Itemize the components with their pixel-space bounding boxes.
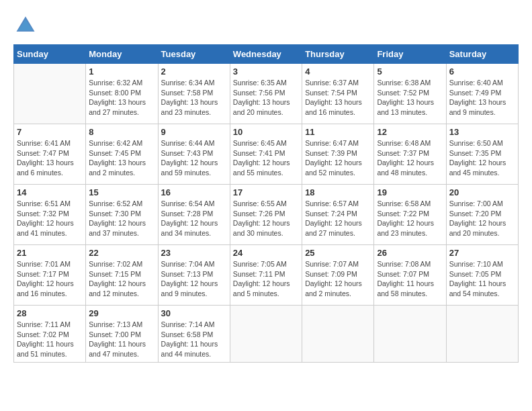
day-info: Sunrise: 6:48 AM Sunset: 7:37 PM Dayligh… <box>377 138 443 178</box>
calendar-cell: 19Sunrise: 6:58 AM Sunset: 7:22 PM Dayli… <box>374 185 446 245</box>
day-number: 11 <box>305 127 371 137</box>
calendar-cell: 24Sunrise: 7:05 AM Sunset: 7:11 PM Dayli… <box>230 245 302 306</box>
day-info: Sunrise: 7:01 AM Sunset: 7:17 PM Dayligh… <box>17 259 83 299</box>
week-row-3: 14Sunrise: 6:51 AM Sunset: 7:32 PM Dayli… <box>14 185 519 245</box>
day-info: Sunrise: 6:50 AM Sunset: 7:35 PM Dayligh… <box>449 138 515 178</box>
day-number: 6 <box>449 66 515 77</box>
page-header <box>13 13 519 38</box>
day-number: 2 <box>161 66 227 77</box>
calendar-cell: 29Sunrise: 7:13 AM Sunset: 7:00 PM Dayli… <box>86 306 158 363</box>
day-number: 7 <box>17 127 83 137</box>
calendar-cell: 26Sunrise: 7:08 AM Sunset: 7:07 PM Dayli… <box>374 245 446 306</box>
day-number: 4 <box>305 66 371 77</box>
calendar-cell: 13Sunrise: 6:50 AM Sunset: 7:35 PM Dayli… <box>446 124 518 185</box>
calendar-cell <box>14 64 86 124</box>
weekday-header-monday: Monday <box>86 45 158 64</box>
day-number: 14 <box>17 187 83 197</box>
day-info: Sunrise: 7:07 AM Sunset: 7:09 PM Dayligh… <box>305 259 371 299</box>
calendar-cell: 7Sunrise: 6:41 AM Sunset: 7:47 PM Daylig… <box>14 124 86 185</box>
calendar-cell: 30Sunrise: 7:14 AM Sunset: 6:58 PM Dayli… <box>158 306 230 363</box>
calendar-cell <box>302 306 374 363</box>
day-info: Sunrise: 6:52 AM Sunset: 7:30 PM Dayligh… <box>89 199 154 238</box>
calendar-cell: 23Sunrise: 7:04 AM Sunset: 7:13 PM Dayli… <box>158 245 230 306</box>
day-info: Sunrise: 6:57 AM Sunset: 7:24 PM Dayligh… <box>305 199 371 238</box>
day-number: 15 <box>89 187 154 197</box>
day-number: 23 <box>161 248 227 258</box>
day-info: Sunrise: 6:37 AM Sunset: 7:54 PM Dayligh… <box>305 78 371 118</box>
day-info: Sunrise: 6:45 AM Sunset: 7:41 PM Dayligh… <box>233 138 299 178</box>
calendar-cell <box>230 306 302 363</box>
weekday-header-tuesday: Tuesday <box>158 45 230 64</box>
day-number: 22 <box>89 248 154 258</box>
calendar-cell: 16Sunrise: 6:54 AM Sunset: 7:28 PM Dayli… <box>158 185 230 245</box>
day-number: 17 <box>233 187 299 197</box>
weekday-header-thursday: Thursday <box>302 45 374 64</box>
day-number: 8 <box>89 127 154 137</box>
weekday-header-sunday: Sunday <box>14 45 86 64</box>
week-row-4: 21Sunrise: 7:01 AM Sunset: 7:17 PM Dayli… <box>14 245 519 306</box>
week-row-5: 28Sunrise: 7:11 AM Sunset: 7:02 PM Dayli… <box>14 306 519 363</box>
calendar-cell: 27Sunrise: 7:10 AM Sunset: 7:05 PM Dayli… <box>446 245 518 306</box>
day-info: Sunrise: 6:58 AM Sunset: 7:22 PM Dayligh… <box>377 199 443 238</box>
day-number: 18 <box>305 187 371 197</box>
calendar-cell: 21Sunrise: 7:01 AM Sunset: 7:17 PM Dayli… <box>14 245 86 306</box>
day-info: Sunrise: 6:34 AM Sunset: 7:58 PM Dayligh… <box>161 78 227 118</box>
day-info: Sunrise: 7:11 AM Sunset: 7:02 PM Dayligh… <box>17 320 83 359</box>
day-number: 24 <box>233 248 299 258</box>
calendar-cell: 12Sunrise: 6:48 AM Sunset: 7:37 PM Dayli… <box>374 124 446 185</box>
day-info: Sunrise: 6:41 AM Sunset: 7:47 PM Dayligh… <box>17 138 83 178</box>
day-info: Sunrise: 7:02 AM Sunset: 7:15 PM Dayligh… <box>89 259 154 299</box>
calendar: SundayMondayTuesdayWednesdayThursdayFrid… <box>13 44 519 363</box>
calendar-cell: 18Sunrise: 6:57 AM Sunset: 7:24 PM Dayli… <box>302 185 374 245</box>
logo-icon <box>13 13 38 38</box>
logo <box>13 13 40 38</box>
calendar-cell: 8Sunrise: 6:42 AM Sunset: 7:45 PM Daylig… <box>86 124 158 185</box>
calendar-cell: 20Sunrise: 7:00 AM Sunset: 7:20 PM Dayli… <box>446 185 518 245</box>
day-info: Sunrise: 6:35 AM Sunset: 7:56 PM Dayligh… <box>233 78 299 118</box>
day-number: 12 <box>377 127 443 137</box>
day-info: Sunrise: 7:05 AM Sunset: 7:11 PM Dayligh… <box>233 259 299 299</box>
day-info: Sunrise: 6:54 AM Sunset: 7:28 PM Dayligh… <box>161 199 227 238</box>
day-number: 25 <box>305 248 371 258</box>
day-info: Sunrise: 6:51 AM Sunset: 7:32 PM Dayligh… <box>17 199 83 238</box>
calendar-cell: 5Sunrise: 6:38 AM Sunset: 7:52 PM Daylig… <box>374 64 446 124</box>
calendar-cell: 11Sunrise: 6:47 AM Sunset: 7:39 PM Dayli… <box>302 124 374 185</box>
calendar-cell: 15Sunrise: 6:52 AM Sunset: 7:30 PM Dayli… <box>86 185 158 245</box>
day-info: Sunrise: 7:08 AM Sunset: 7:07 PM Dayligh… <box>377 259 443 299</box>
week-row-1: 1Sunrise: 6:32 AM Sunset: 8:00 PM Daylig… <box>14 64 519 124</box>
day-info: Sunrise: 6:47 AM Sunset: 7:39 PM Dayligh… <box>305 138 371 178</box>
day-number: 26 <box>377 248 443 258</box>
day-info: Sunrise: 6:32 AM Sunset: 8:00 PM Dayligh… <box>89 78 154 118</box>
day-info: Sunrise: 7:00 AM Sunset: 7:20 PM Dayligh… <box>449 199 515 238</box>
calendar-cell: 4Sunrise: 6:37 AM Sunset: 7:54 PM Daylig… <box>302 64 374 124</box>
day-info: Sunrise: 6:40 AM Sunset: 7:49 PM Dayligh… <box>449 78 515 118</box>
weekday-header-wednesday: Wednesday <box>230 45 302 64</box>
weekday-header-row: SundayMondayTuesdayWednesdayThursdayFrid… <box>14 45 519 64</box>
calendar-cell <box>374 306 446 363</box>
week-row-2: 7Sunrise: 6:41 AM Sunset: 7:47 PM Daylig… <box>14 124 519 185</box>
day-number: 30 <box>161 308 227 318</box>
day-info: Sunrise: 6:55 AM Sunset: 7:26 PM Dayligh… <box>233 199 299 238</box>
day-number: 19 <box>377 187 443 197</box>
calendar-cell <box>446 306 518 363</box>
calendar-cell: 10Sunrise: 6:45 AM Sunset: 7:41 PM Dayli… <box>230 124 302 185</box>
calendar-cell: 14Sunrise: 6:51 AM Sunset: 7:32 PM Dayli… <box>14 185 86 245</box>
weekday-header-saturday: Saturday <box>446 45 518 64</box>
day-number: 1 <box>89 66 154 77</box>
weekday-header-friday: Friday <box>374 45 446 64</box>
day-number: 5 <box>377 66 443 77</box>
calendar-cell: 9Sunrise: 6:44 AM Sunset: 7:43 PM Daylig… <box>158 124 230 185</box>
calendar-cell: 1Sunrise: 6:32 AM Sunset: 8:00 PM Daylig… <box>86 64 158 124</box>
calendar-cell: 6Sunrise: 6:40 AM Sunset: 7:49 PM Daylig… <box>446 64 518 124</box>
day-number: 3 <box>233 66 299 77</box>
calendar-cell: 2Sunrise: 6:34 AM Sunset: 7:58 PM Daylig… <box>158 64 230 124</box>
day-number: 9 <box>161 127 227 137</box>
day-info: Sunrise: 6:38 AM Sunset: 7:52 PM Dayligh… <box>377 78 443 118</box>
day-number: 13 <box>449 127 515 137</box>
day-number: 27 <box>449 248 515 258</box>
day-info: Sunrise: 7:13 AM Sunset: 7:00 PM Dayligh… <box>89 320 154 359</box>
day-info: Sunrise: 7:10 AM Sunset: 7:05 PM Dayligh… <box>449 259 515 299</box>
day-number: 10 <box>233 127 299 137</box>
calendar-cell: 22Sunrise: 7:02 AM Sunset: 7:15 PM Dayli… <box>86 245 158 306</box>
calendar-cell: 25Sunrise: 7:07 AM Sunset: 7:09 PM Dayli… <box>302 245 374 306</box>
